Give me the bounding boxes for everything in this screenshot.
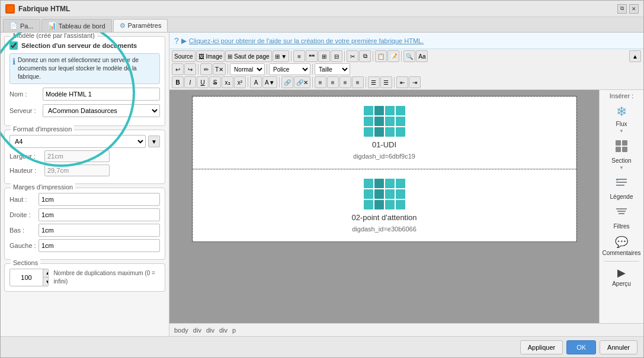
list-unordered-btn[interactable]: ☰ <box>368 76 380 88</box>
size-select[interactable]: Taille <box>315 63 350 75</box>
breadcrumb-div3[interactable]: div <box>219 327 228 334</box>
server-select[interactable]: ACommon Datasources <box>43 104 160 117</box>
align-right-btn[interactable]: ≡ <box>339 76 351 88</box>
breadcrumb-div2[interactable]: div <box>206 327 214 334</box>
svg-rect-1 <box>616 140 621 146</box>
source2-btn[interactable]: Aa <box>416 50 428 62</box>
font-select[interactable]: Police <box>269 63 310 75</box>
bottom-margin-input[interactable] <box>39 224 160 237</box>
collapse-btn[interactable]: ▲ <box>629 50 641 62</box>
undo-btn[interactable]: ↩ <box>172 63 184 75</box>
right-panel: ? ▶ Cliquez-ici pour obtenir de l'aide s… <box>169 33 643 336</box>
pagebreak-btn[interactable]: ⊞ Saut de page <box>225 50 271 62</box>
insert-apercu[interactable]: ▶ Aperçu <box>601 264 642 289</box>
model-section-label: Modèle (créé par l'assistant) <box>11 33 97 39</box>
sections-desc: Nombre de duplications maximum (0 = infi… <box>53 269 160 286</box>
align-justify-btn[interactable]: ≡ <box>352 76 364 88</box>
breadcrumb-body[interactable]: body <box>174 327 188 334</box>
tx-btn[interactable]: T✕ <box>213 63 226 75</box>
link-btn[interactable]: 🔗 <box>281 76 293 88</box>
source-btn[interactable]: Source <box>172 50 196 62</box>
format-section-label: Format d'impression <box>11 125 74 133</box>
legende-label: Légende <box>610 193 633 200</box>
name-input[interactable] <box>43 88 160 101</box>
insert-separator <box>604 261 639 262</box>
tab-params[interactable]: ⚙ Paramètres <box>113 19 168 32</box>
breadcrumb-div1[interactable]: div <box>193 327 201 334</box>
cut-btn[interactable]: ✂ <box>347 50 358 62</box>
list-ordered-btn[interactable]: ☰ <box>380 76 392 88</box>
format-select[interactable]: A4 <box>9 135 146 148</box>
section-expand-icon: ▼ <box>619 165 624 170</box>
indent-dec-btn[interactable]: ⇤ <box>396 76 408 88</box>
toolbar-btn-a[interactable]: ⊞ <box>318 50 330 62</box>
format-section: Format d'impression A4 ▼ Largeur : Haute… <box>4 130 165 184</box>
left-margin-input[interactable] <box>39 239 160 252</box>
insert-filtres[interactable]: Filtres <box>601 204 642 232</box>
width-input[interactable] <box>44 150 110 162</box>
redo-btn[interactable]: ↪ <box>184 63 196 75</box>
left-margin-label: Gauche : <box>9 242 36 249</box>
format-dropdown-btn[interactable]: ▼ <box>148 136 160 147</box>
insert-section[interactable]: Section ▼ <box>601 137 642 173</box>
apply-button[interactable]: Appliquer <box>520 340 563 354</box>
bold-btn[interactable]: B <box>172 76 184 88</box>
image-btn[interactable]: 🖼 Image <box>196 50 225 62</box>
sections-count-input[interactable] <box>10 269 43 286</box>
editor-canvas[interactable]: 01-UDI digdash_id=6dbf9c19 <box>169 90 599 323</box>
strikethrough-btn[interactable]: S <box>209 76 221 88</box>
button-bar: Appliquer OK Annuler <box>1 336 643 357</box>
canvas-section-1[interactable]: 01-UDI digdash_id=6dbf9c19 <box>193 96 576 169</box>
align-left-btn[interactable]: ≡ <box>293 50 305 62</box>
cancel-button[interactable]: Annuler <box>600 340 637 354</box>
format-style-select[interactable]: Normal <box>230 63 265 75</box>
close-button[interactable]: ✕ <box>629 4 639 14</box>
right-margin-label: Droite : <box>9 211 36 218</box>
font-color-btn[interactable]: A <box>250 76 262 88</box>
help-link[interactable]: Cliquez-ici pour obtenir de l'aide sur l… <box>189 37 424 44</box>
subscript-btn[interactable]: x₂ <box>222 76 233 88</box>
top-margin-input[interactable] <box>39 193 160 206</box>
ok-button[interactable]: OK <box>566 340 596 354</box>
paste-btn[interactable]: 📋 <box>375 50 387 62</box>
spinner-down-btn[interactable]: ▼ <box>43 278 49 286</box>
svg-rect-6 <box>616 182 627 183</box>
height-input[interactable] <box>44 165 110 176</box>
indent-inc-btn[interactable]: ⇥ <box>409 76 421 88</box>
sections-section: Sections ▲ ▼ Nombre de duplications maxi… <box>4 263 165 292</box>
svg-rect-4 <box>622 147 627 152</box>
svg-rect-2 <box>622 140 627 146</box>
align-left2-btn[interactable]: ≡ <box>315 76 326 88</box>
canvas-section-2[interactable]: 02-point d'attention digdash_id=e30b6066 <box>193 169 576 241</box>
underline-btn[interactable]: U <box>197 76 209 88</box>
server-select-checkbox[interactable] <box>9 41 18 50</box>
app-icon <box>5 4 15 14</box>
restore-button[interactable]: ⧉ <box>617 4 627 14</box>
insert-flux[interactable]: ❄ Flux ▼ <box>601 102 642 136</box>
unlink-btn[interactable]: 🔗✕ <box>294 76 310 88</box>
grid-icon-1 <box>364 106 405 137</box>
editor-toolbar: Source 🖼 Image ⊞ Saut de page ⊞ ▼ ≡ ❝❝ ⊞… <box>169 49 643 90</box>
quote-btn[interactable]: ❝❝ <box>306 50 318 62</box>
tab-board[interactable]: 📊 Tableau de bord <box>41 19 112 32</box>
align-center-btn[interactable]: ≡ <box>327 76 339 88</box>
search-btn[interactable]: 🔍 <box>403 50 415 62</box>
insert-legende[interactable]: Légende <box>601 174 642 202</box>
insert-commentaires[interactable]: 💬 Commentaires <box>601 233 642 259</box>
toolbar-btn-b[interactable]: ⊟ <box>331 50 342 62</box>
bg-color-btn[interactable]: A▼ <box>262 76 277 88</box>
name-label: Nom : <box>9 91 39 98</box>
window-title: Fabrique HTML <box>18 5 70 13</box>
breadcrumb-bar: body div div div p <box>169 323 643 336</box>
breadcrumb-p[interactable]: p <box>232 327 236 334</box>
tab-page[interactable]: 📄 Pa... <box>3 19 40 32</box>
spinner-up-btn[interactable]: ▲ <box>43 269 49 278</box>
pencil-btn[interactable]: ✏ <box>200 63 212 75</box>
superscript-btn[interactable]: x² <box>234 76 246 88</box>
italic-btn[interactable]: I <box>184 76 196 88</box>
paste-text-btn[interactable]: 📝 <box>387 50 399 62</box>
table-btn[interactable]: ⊞ ▼ <box>273 50 290 62</box>
right-margin-input[interactable] <box>39 208 160 221</box>
copy-btn[interactable]: ⧉ <box>359 50 371 62</box>
board-tab-icon: 📊 <box>48 22 56 30</box>
